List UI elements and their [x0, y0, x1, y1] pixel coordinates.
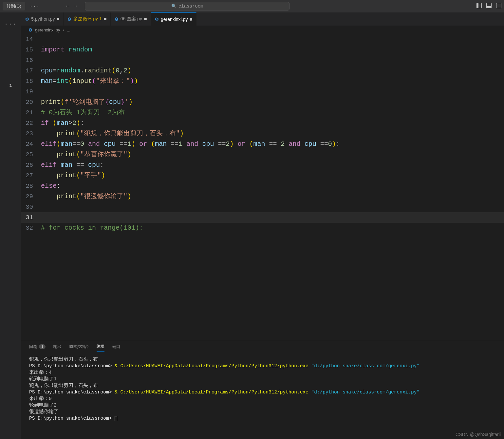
- terminal-path: "d:/python snake/classroom/gerenxi.py": [311, 390, 420, 395]
- panel-tab-problems[interactable]: 问题 1: [29, 344, 46, 352]
- terminal-line: 轮到电脑了1: [29, 376, 57, 382]
- nav-back-icon[interactable]: ←: [66, 3, 69, 9]
- tab-label: 多层循环.py 1: [73, 16, 102, 22]
- panel-tab-debug[interactable]: 调试控制台: [69, 344, 89, 352]
- dirty-dot-icon: [104, 18, 106, 20]
- nav-forward-icon[interactable]: →: [74, 3, 77, 9]
- sidebar-overflow-icon[interactable]: ···: [4, 21, 17, 28]
- panel-tab-ports[interactable]: 端口: [112, 344, 120, 352]
- search-icon: 🔍: [171, 4, 177, 9]
- terminal-line: 轮到电脑了2: [29, 403, 57, 408]
- terminal-amp: &: [115, 390, 118, 395]
- python-icon: ⚙: [67, 17, 71, 22]
- sidebar-badge: 1: [9, 83, 12, 88]
- dirty-dot-icon: [144, 18, 147, 20]
- breadcrumb[interactable]: ⚙ gerenxinxi.py › ...: [21, 26, 504, 34]
- menu-overflow-icon[interactable]: ···: [30, 4, 40, 9]
- tab-5-python[interactable]: ⚙ 5.python.py: [21, 12, 64, 26]
- tab-gerenxinxi[interactable]: ⚙ gerenxinxi.py: [151, 12, 197, 26]
- panel-tab-terminal[interactable]: 终端: [97, 344, 104, 352]
- tab-06-pattern[interactable]: ⚙ 06.图案.py: [111, 12, 151, 26]
- tab-label: gerenxinxi.py: [161, 17, 188, 22]
- main-row: ··· 1 ⚙ 5.python.py ⚙ 多层循环.py 1 ⚙ 06.图案.…: [0, 12, 504, 439]
- layout-bottom-icon[interactable]: [486, 3, 492, 10]
- breadcrumb-file: gerenxinxi.py: [35, 28, 60, 32]
- panel-tabs: 问题 1 输出 调试控制台 终端 端口: [21, 341, 504, 352]
- python-icon: ⚙: [155, 17, 159, 22]
- terminal-line: 来出拳：0: [29, 396, 52, 401]
- terminal-exe: C:/Users/HUAWEI/AppData/Local/Programs/P…: [118, 363, 311, 369]
- problems-count-badge: 1: [39, 344, 46, 349]
- breadcrumb-more: ...: [67, 28, 70, 32]
- tab-label: 06.图案.py: [121, 16, 142, 22]
- bottom-panel: 问题 1 输出 调试控制台 终端 端口 犯规，你只能出剪刀，石头，布 PS D:…: [21, 341, 504, 439]
- search-text: classroom: [178, 4, 203, 9]
- title-right-controls: [476, 3, 501, 10]
- title-bar: 转到(G) ··· ← → 🔍 classroom: [0, 0, 504, 12]
- dirty-dot-icon: [190, 18, 192, 21]
- tab-label: 5.python.py: [31, 16, 55, 22]
- search-box[interactable]: 🔍 classroom: [85, 2, 289, 10]
- terminal-path: "d:/python snake/classroom/gerenxi.py": [311, 363, 420, 369]
- code-editor[interactable]: 14 15import random 16 17cpu=random.randi…: [21, 34, 504, 341]
- python-icon: ⚙: [25, 17, 29, 22]
- panel-tab-output[interactable]: 输出: [53, 344, 61, 352]
- terminal-prompt: PS D:\python snake\classroom>: [29, 363, 115, 369]
- terminal[interactable]: 犯规，你只能出剪刀，石头，布 PS D:\python snake\classr…: [21, 352, 504, 439]
- nav-arrows: ← →: [66, 3, 77, 9]
- menu-goto[interactable]: 转到(G): [3, 2, 25, 10]
- editor-column: ⚙ 5.python.py ⚙ 多层循环.py 1 ⚙ 06.图案.py ⚙ g…: [21, 12, 504, 439]
- terminal-line: 很遗憾你输了: [29, 409, 59, 414]
- activity-bar: ··· 1: [0, 12, 21, 439]
- terminal-exe: C:/Users/HUAWEI/AppData/Local/Programs/P…: [118, 390, 311, 395]
- terminal-line: 犯规，你只能出剪刀，石头，布: [29, 383, 98, 388]
- dirty-dot-icon: [57, 18, 59, 20]
- python-icon: ⚙: [28, 28, 32, 32]
- layout-left-icon[interactable]: [476, 3, 482, 10]
- app-root: 转到(G) ··· ← → 🔍 classroom ··· 1 ⚙ 5.pyth…: [0, 0, 504, 439]
- watermark: CSDN @QshSagittarii: [456, 432, 501, 437]
- terminal-line: 犯规，你只能出剪刀，石头，布: [29, 357, 98, 362]
- terminal-cursor-icon: [115, 416, 117, 421]
- panel-tab-label: 问题: [29, 344, 37, 350]
- layout-right-icon[interactable]: [496, 3, 501, 10]
- editor-tabs: ⚙ 5.python.py ⚙ 多层循环.py 1 ⚙ 06.图案.py ⚙ g…: [21, 12, 504, 26]
- terminal-line: 来出拳：4: [29, 370, 52, 375]
- terminal-amp: &: [115, 363, 118, 369]
- terminal-prompt: PS D:\python snake\classroom>: [29, 416, 115, 421]
- tab-multi-loop[interactable]: ⚙ 多层循环.py 1: [64, 12, 110, 26]
- python-icon: ⚙: [115, 17, 119, 22]
- breadcrumb-sep-icon: ›: [63, 28, 64, 32]
- terminal-prompt: PS D:\python snake\classroom>: [29, 390, 115, 395]
